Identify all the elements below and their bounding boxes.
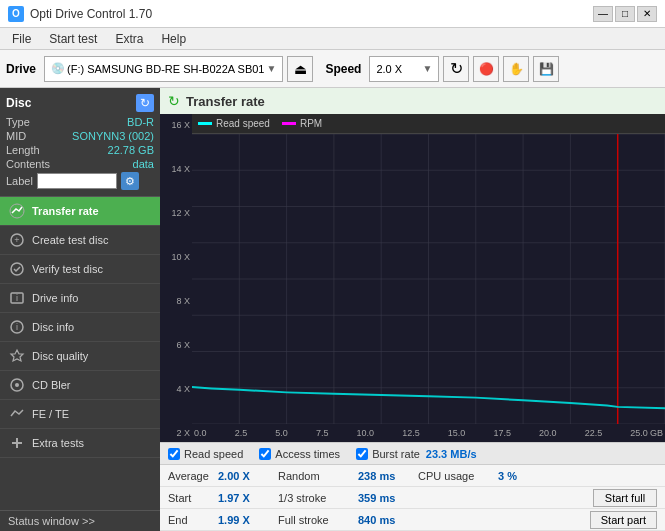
nav-fe-te[interactable]: FE / TE bbox=[0, 400, 160, 429]
chart-container: 16 X 14 X 12 X 10 X 8 X 6 X 4 X 2 X Read… bbox=[160, 114, 665, 442]
speed-selector[interactable]: 2.0 X ▼ bbox=[369, 56, 439, 82]
legend-rpm-label: RPM bbox=[300, 118, 322, 129]
transfer-rate-icon bbox=[8, 202, 26, 220]
title-bar-left: O Opti Drive Control 1.70 bbox=[8, 6, 152, 22]
drive-icon: 💿 bbox=[51, 62, 65, 75]
svg-marker-8 bbox=[11, 350, 23, 361]
disc-label-apply-button[interactable]: ⚙ bbox=[121, 172, 139, 190]
cd-bler-icon bbox=[8, 376, 26, 394]
y-label-6: 6 X bbox=[162, 340, 190, 350]
refresh-button[interactable]: ↻ bbox=[443, 56, 469, 82]
chart-svg bbox=[192, 134, 665, 424]
disc-label-row: Label ⚙ bbox=[6, 172, 154, 190]
close-button[interactable]: ✕ bbox=[637, 6, 657, 22]
y-label-4: 4 X bbox=[162, 384, 190, 394]
drive-selector[interactable]: 💿 (F:) SAMSUNG BD-RE SH-B022A SB01 ▼ bbox=[44, 56, 283, 82]
nav-verify-test-disc-label: Verify test disc bbox=[32, 263, 103, 275]
svg-rect-12 bbox=[16, 438, 18, 448]
disc-length-row: Length 22.78 GB bbox=[6, 144, 154, 156]
disc-info-icon: i bbox=[8, 318, 26, 336]
y-label-2: 2 X bbox=[162, 428, 190, 438]
stat-row-average: Average 2.00 X Random 238 ms CPU usage 3… bbox=[160, 465, 665, 487]
svg-text:i: i bbox=[16, 322, 18, 332]
x-axis: 0.0 2.5 5.0 7.5 10.0 12.5 15.0 17.5 20.0… bbox=[192, 424, 665, 442]
read-speed-checkbox[interactable] bbox=[168, 448, 180, 460]
toolbar: Drive 💿 (F:) SAMSUNG BD-RE SH-B022A SB01… bbox=[0, 50, 665, 88]
legend-rpm: RPM bbox=[282, 118, 322, 129]
extra-tests-icon bbox=[8, 434, 26, 452]
nav-transfer-rate-label: Transfer rate bbox=[32, 205, 99, 217]
y-label-10: 10 X bbox=[162, 252, 190, 262]
speed-dropdown-arrow: ▼ bbox=[423, 63, 433, 74]
chart-inner: Read speed RPM bbox=[192, 114, 665, 442]
legend-rpm-color bbox=[282, 122, 296, 125]
nav-transfer-rate[interactable]: Transfer rate bbox=[0, 197, 160, 226]
speed-label: Speed bbox=[325, 62, 361, 76]
average-label: Average bbox=[168, 470, 218, 482]
nav-disc-info[interactable]: i Disc info bbox=[0, 313, 160, 342]
disc-refresh-button[interactable]: ↻ bbox=[136, 94, 154, 112]
legend-read-speed-label: Read speed bbox=[216, 118, 270, 129]
nav-disc-info-label: Disc info bbox=[32, 321, 74, 333]
drive-label: Drive bbox=[6, 62, 36, 76]
verify-test-disc-icon bbox=[8, 260, 26, 278]
x-label-17-5: 17.5 bbox=[493, 428, 511, 438]
x-label-2-5: 2.5 bbox=[235, 428, 248, 438]
menu-help[interactable]: Help bbox=[153, 30, 194, 47]
disc-mid-label: MID bbox=[6, 130, 26, 142]
random-value: 238 ms bbox=[358, 470, 418, 482]
app-title: Opti Drive Control 1.70 bbox=[30, 7, 152, 21]
access-times-checkbox[interactable] bbox=[259, 448, 271, 460]
nav-extra-tests-label: Extra tests bbox=[32, 437, 84, 449]
x-label-10: 10.0 bbox=[357, 428, 375, 438]
disc-quality-icon bbox=[8, 347, 26, 365]
burst-rate-checkbox[interactable] bbox=[356, 448, 368, 460]
disc-mid-value: SONYNN3 (002) bbox=[72, 130, 154, 142]
create-test-disc-icon: + bbox=[8, 231, 26, 249]
tool-btn-1[interactable]: 🔴 bbox=[473, 56, 499, 82]
x-label-12-5: 12.5 bbox=[402, 428, 420, 438]
full-stroke-label: Full stroke bbox=[278, 514, 358, 526]
nav-cd-bler[interactable]: CD Bler bbox=[0, 371, 160, 400]
nav-extra-tests[interactable]: Extra tests bbox=[0, 429, 160, 458]
sidebar: Disc ↻ Type BD-R MID SONYNN3 (002) Lengt… bbox=[0, 88, 160, 531]
x-label-20: 20.0 bbox=[539, 428, 557, 438]
x-label-0: 0.0 bbox=[194, 428, 207, 438]
third-stroke-label: 1/3 stroke bbox=[278, 492, 358, 504]
minimize-button[interactable]: — bbox=[593, 6, 613, 22]
eject-button[interactable]: ⏏ bbox=[287, 56, 313, 82]
nav-cd-bler-label: CD Bler bbox=[32, 379, 71, 391]
menu-start-test[interactable]: Start test bbox=[41, 30, 105, 47]
menu-file[interactable]: File bbox=[4, 30, 39, 47]
nav-disc-quality[interactable]: Disc quality bbox=[0, 342, 160, 371]
app-icon: O bbox=[8, 6, 24, 22]
nav-create-test-disc[interactable]: + Create test disc bbox=[0, 226, 160, 255]
start-part-button[interactable]: Start part bbox=[590, 511, 657, 529]
disc-mid-row: MID SONYNN3 (002) bbox=[6, 130, 154, 142]
maximize-button[interactable]: □ bbox=[615, 6, 635, 22]
nav-drive-info[interactable]: i Drive info bbox=[0, 284, 160, 313]
nav-drive-info-label: Drive info bbox=[32, 292, 78, 304]
end-value: 1.99 X bbox=[218, 514, 278, 526]
save-button[interactable]: 💾 bbox=[533, 56, 559, 82]
svg-text:+: + bbox=[14, 235, 19, 245]
nav-disc-quality-label: Disc quality bbox=[32, 350, 88, 362]
status-window-toggle[interactable]: Status window >> bbox=[0, 510, 160, 531]
checkbox-access-times: Access times bbox=[259, 448, 340, 460]
disc-type-label: Type bbox=[6, 116, 30, 128]
disc-type-row: Type BD-R bbox=[6, 116, 154, 128]
disc-label-input[interactable] bbox=[37, 173, 117, 189]
nav-verify-test-disc[interactable]: Verify test disc bbox=[0, 255, 160, 284]
stat-row-end: End 1.99 X Full stroke 840 ms Start part bbox=[160, 509, 665, 531]
y-label-14: 14 X bbox=[162, 164, 190, 174]
speed-value: 2.0 X bbox=[376, 63, 420, 75]
x-label-15: 15.0 bbox=[448, 428, 466, 438]
start-full-button[interactable]: Start full bbox=[593, 489, 657, 507]
third-stroke-value: 359 ms bbox=[358, 492, 418, 504]
drive-dropdown-arrow: ▼ bbox=[266, 63, 276, 74]
disc-type-value: BD-R bbox=[127, 116, 154, 128]
menu-extra[interactable]: Extra bbox=[107, 30, 151, 47]
end-label: End bbox=[168, 514, 218, 526]
tool-btn-2[interactable]: ✋ bbox=[503, 56, 529, 82]
cpu-usage-value: 3 % bbox=[498, 470, 657, 482]
